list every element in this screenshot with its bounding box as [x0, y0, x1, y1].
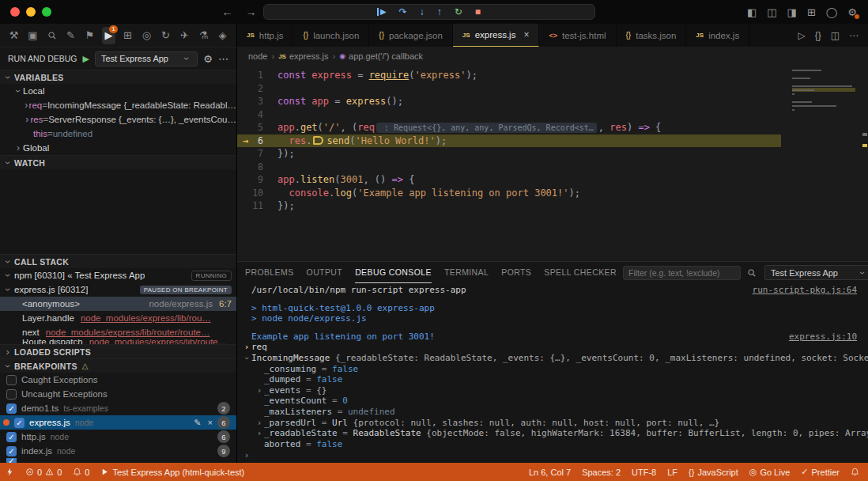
- notifications-bell[interactable]: [845, 463, 865, 481]
- call-stack-frame[interactable]: <anonymous>node/express.js6:7: [0, 297, 236, 311]
- chevron-icon[interactable]: ›: [24, 114, 30, 125]
- panel-tab-ports[interactable]: PORTS: [501, 262, 531, 283]
- debug-config-select[interactable]: Test Express App ›: [95, 51, 198, 66]
- console-row[interactable]: ›req: [242, 342, 868, 353]
- console-filter-input[interactable]: [623, 266, 741, 280]
- toggle-secondary-sidebar-icon[interactable]: ◨: [787, 6, 797, 18]
- breakpoint-row[interactable]: Caught Exceptions: [0, 373, 236, 387]
- language-mode[interactable]: {}JavaScript: [683, 463, 744, 481]
- breakpoint-checkbox[interactable]: ✓: [6, 403, 17, 414]
- source-link[interactable]: run-script-pkg.js:64: [753, 285, 868, 296]
- gutter-line-number[interactable]: 8: [237, 161, 274, 174]
- run-file-icon[interactable]: ▷: [798, 30, 805, 41]
- refresh-icon[interactable]: ↻: [159, 27, 172, 44]
- console-row[interactable]: ›_eventsCount = 0: [242, 396, 868, 407]
- console-row[interactable]: ›_consuming = false: [242, 364, 868, 375]
- debug-session-picker[interactable]: Test Express App ›: [764, 265, 868, 280]
- call-stack-session[interactable]: ›npm [60310] « Test Express AppRUNNING: [0, 268, 236, 282]
- braces-icon[interactable]: {}: [815, 30, 821, 41]
- variable-row[interactable]: ›Global: [0, 141, 236, 155]
- eol[interactable]: LF: [662, 463, 683, 481]
- code-line[interactable]: const app = express();: [274, 95, 781, 108]
- tab-tasks.json[interactable]: {}tasks.json: [617, 24, 687, 47]
- indentation[interactable]: Spaces: 2: [576, 463, 626, 481]
- account-icon[interactable]: ◯: [826, 6, 838, 18]
- code-line[interactable]: [274, 161, 781, 174]
- chevron-down-icon[interactable]: ›: [2, 271, 13, 280]
- breadcrumb-item[interactable]: ◉app.get('/') callback: [339, 51, 423, 61]
- go-live[interactable]: ◎Go Live: [744, 463, 796, 481]
- prettier[interactable]: ✓Prettier: [795, 463, 845, 481]
- breakpoint-row[interactable]: ✓demo1.tsts-examples2: [0, 401, 236, 415]
- console-row[interactable]: ›_parsedUrl = Url {protocol: null, slash…: [242, 418, 868, 429]
- section-header-loaded-scripts[interactable]: › LOADED SCRIPTS: [0, 344, 236, 358]
- chevron-icon[interactable]: ›: [13, 86, 24, 96]
- encoding[interactable]: UTF-8: [626, 463, 662, 481]
- breakpoint-row[interactable]: ✓index.jsnode9: [0, 444, 236, 458]
- close-tab-icon[interactable]: ×: [523, 29, 529, 40]
- grid-icon[interactable]: ⊞: [121, 27, 134, 44]
- minimize-window-button[interactable]: [26, 7, 36, 17]
- code-line[interactable]: console.log('Example app listening on po…: [274, 187, 781, 200]
- tab-express.js[interactable]: JSexpress.js×: [453, 24, 540, 47]
- panel-tab-problems[interactable]: PROBLEMS: [245, 262, 294, 283]
- variable-row[interactable]: ›this = undefined: [0, 127, 236, 141]
- gutter-line-number[interactable]: 11: [237, 199, 274, 213]
- breakpoint-checkbox[interactable]: [6, 389, 17, 400]
- console-row[interactable]: ›aborted = false: [242, 439, 868, 450]
- breadcrumb-item[interactable]: node: [248, 51, 267, 61]
- variable-row[interactable]: ›req = IncomingMessage {_readableState: …: [0, 98, 236, 112]
- settings-gear-icon[interactable]: ⚙: [847, 6, 857, 18]
- console-row[interactable]: ›_readableState = ReadableState {objectM…: [242, 428, 868, 439]
- problems-indicator[interactable]: 00: [20, 463, 67, 481]
- code-line[interactable]: app.listen(3001, () => {: [274, 173, 781, 187]
- breakpoint-row[interactable]: ✓express.jsnode✎×6: [0, 415, 236, 430]
- toggle-primary-sidebar-icon[interactable]: ◧: [747, 6, 757, 18]
- gutter-line-number[interactable]: 9: [237, 173, 274, 187]
- panel-tab-terminal[interactable]: TERMINAL: [444, 262, 489, 283]
- maximize-window-button[interactable]: [42, 7, 51, 17]
- tab-test-js.html[interactable]: <>test-js.html: [539, 24, 616, 47]
- gutter-line-number[interactable]: 5: [237, 121, 274, 134]
- minimap[interactable]: [792, 68, 855, 112]
- gutter-line-number[interactable]: 1: [237, 69, 274, 82]
- console-row[interactable]: ›_events = {}: [242, 385, 868, 396]
- restart-icon[interactable]: ↻: [455, 7, 462, 17]
- continue-icon[interactable]: ▶: [377, 8, 387, 16]
- remove-breakpoint-icon[interactable]: ×: [208, 418, 213, 427]
- copy-icon[interactable]: ▣: [26, 27, 40, 44]
- code-line[interactable]: res.send('Hello World!');: [274, 134, 781, 148]
- source-link[interactable]: express.js:10: [789, 331, 868, 343]
- code-editor[interactable]: 12345→67891011 const express = require('…: [237, 65, 868, 261]
- gutter-line-number[interactable]: 10: [237, 187, 274, 200]
- call-stack-frame[interactable]: nextnode_modules/express/lib/router/rout…: [0, 325, 236, 339]
- start-debug-button[interactable]: ▶: [83, 54, 89, 64]
- section-header-call-stack[interactable]: › CALL STACK: [0, 254, 236, 268]
- bookmark-icon[interactable]: ⚑: [83, 27, 96, 44]
- command-center[interactable]: ▶↷↓↑↻■: [263, 4, 595, 20]
- debug-icon[interactable]: ▶1: [102, 27, 115, 44]
- overview-ruler[interactable]: [862, 65, 868, 261]
- customize-layout-icon[interactable]: ⊞: [807, 6, 816, 18]
- console-input-row[interactable]: ›: [242, 449, 868, 460]
- gutter-line-number[interactable]: 7: [237, 147, 274, 161]
- forward-button[interactable]: →: [240, 6, 263, 18]
- split-editor-icon[interactable]: ◫: [831, 30, 840, 41]
- tools-icon[interactable]: ⚒: [7, 27, 21, 44]
- notifications-indicator[interactable]: 0: [67, 463, 95, 481]
- panel-tab-debug-console[interactable]: DEBUG CONSOLE: [355, 262, 432, 283]
- panel-tab-output[interactable]: OUTPUT: [307, 262, 343, 283]
- tab-http.js[interactable]: JShttp.js: [237, 24, 293, 47]
- section-header-breakpoints[interactable]: › BREAKPOINTS △: [0, 358, 236, 373]
- panel-tab-spell-checker[interactable]: SPELL CHECKER: [544, 262, 617, 283]
- breakpoint-row[interactable]: Uncaught Exceptions: [0, 387, 236, 401]
- send-icon[interactable]: ✈: [178, 27, 191, 44]
- breakpoint-checkbox[interactable]: ✓: [6, 432, 17, 442]
- section-header-variables[interactable]: › VARIABLES: [0, 70, 236, 84]
- section-header-watch[interactable]: › WATCH: [0, 155, 236, 169]
- code-line[interactable]: [274, 82, 781, 96]
- expand-icon[interactable]: ›: [255, 418, 264, 429]
- expand-icon[interactable]: ›: [255, 428, 264, 439]
- expand-icon[interactable]: ›: [242, 354, 252, 363]
- step-out-icon[interactable]: ↑: [437, 7, 442, 17]
